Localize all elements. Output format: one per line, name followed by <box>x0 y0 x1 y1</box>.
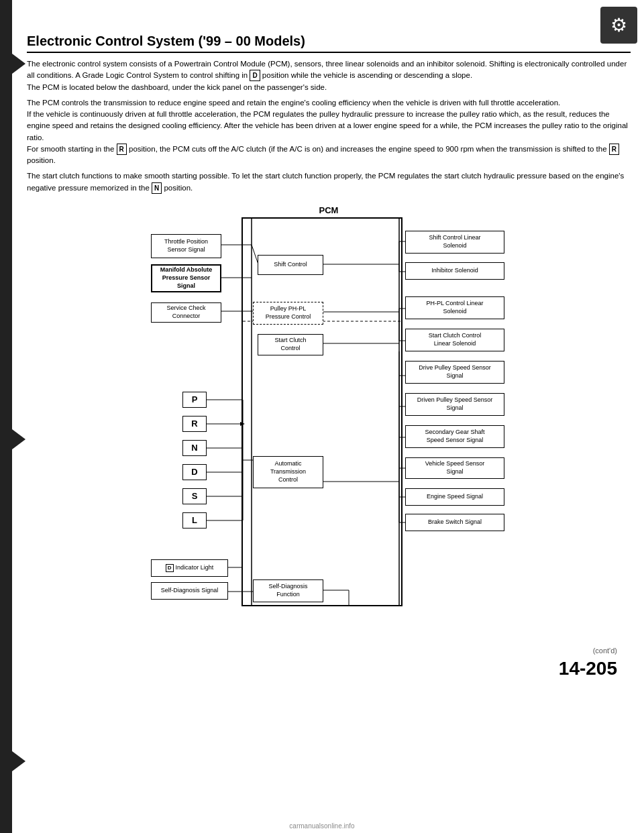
gear-bg: ⚙ <box>600 7 637 44</box>
diagram-container: PCM <box>27 204 631 633</box>
vehicle-speed-box: Vehicle Speed SensorSignal <box>405 457 504 479</box>
service-check-box: Service CheckConnector <box>151 302 221 323</box>
drive-pulley-box: Drive Pulley Speed SensorSignal <box>405 361 504 384</box>
self-diag-func-box: Self-DiagnosisFunction <box>253 579 323 602</box>
manifold-sensor-box: Manifold AbsolutePressure SensorSignal <box>151 264 221 292</box>
pcm-label: PCM <box>319 205 339 215</box>
gear-s-box: S <box>182 488 207 504</box>
start-clutch-control-box: Start ClutchControl <box>258 334 323 355</box>
gear-l-box: L <box>182 512 207 529</box>
secondary-gear-box: Secondary Gear ShaftSpeed Sensor Signal <box>405 425 504 448</box>
gear-icon-container: ⚙ <box>600 7 637 44</box>
gear-icon: ⚙ <box>610 14 627 36</box>
throttle-position-sensor-box: Throttle PositionSensor Signal <box>151 234 221 258</box>
pcm-box <box>241 217 402 606</box>
left-tab-bot <box>12 751 25 771</box>
engine-speed-box: Engine Speed Signal <box>405 488 504 506</box>
gear-p-box: P <box>182 392 207 408</box>
auto-trans-control-box: AutomaticTransmissionControl <box>253 456 323 488</box>
r-box: R <box>117 144 127 155</box>
brake-switch-box: Brake Switch Signal <box>405 514 504 531</box>
gear-r-box: R <box>182 416 207 432</box>
d-indicator-d: D <box>166 564 174 572</box>
para-1: The electronic control system consists o… <box>27 58 631 93</box>
left-tab-top <box>12 54 25 74</box>
inhibitor-solenoid-box: Inhibitor Solenoid <box>405 262 504 280</box>
d-box: D <box>250 70 260 81</box>
gear-n-box: N <box>182 440 207 456</box>
d-indicator-box: D Indicator Light <box>151 559 228 577</box>
watermark: carmanualsonline.info <box>289 822 354 830</box>
cont-label: (cont'd) <box>27 647 617 655</box>
para-2: The PCM controls the transmission to red… <box>27 97 631 167</box>
gear-d-box: D <box>182 464 207 480</box>
left-bar <box>0 0 12 833</box>
main-content: Electronic Control System ('99 – 00 Mode… <box>27 0 631 679</box>
n-box: N <box>152 182 162 194</box>
para-3: The start clutch functions to make smoot… <box>27 170 631 194</box>
intro-text: The electronic control system consists o… <box>27 58 631 194</box>
shift-control-box: Shift Control <box>258 255 323 275</box>
pulley-control-box: Pulley PH-PLPressure Control <box>253 302 323 325</box>
diagram: PCM <box>141 204 517 633</box>
r-box2: R <box>609 144 619 155</box>
page-title: Electronic Control System ('99 – 00 Mode… <box>27 34 631 53</box>
left-tab-mid <box>12 429 25 449</box>
ph-pl-solenoid-box: PH-PL Control LinearSolenoid <box>405 296 504 319</box>
start-clutch-solenoid-box: Start Clutch ControlLinear Solenoid <box>405 329 504 351</box>
page-number: 14-205 <box>27 658 617 679</box>
self-diag-signal-box: Self-Diagnosis Signal <box>151 582 228 600</box>
driven-pulley-box: Driven Pulley Speed SensorSignal <box>405 393 504 416</box>
shift-solenoid-box: Shift Control LinearSolenoid <box>405 231 504 254</box>
